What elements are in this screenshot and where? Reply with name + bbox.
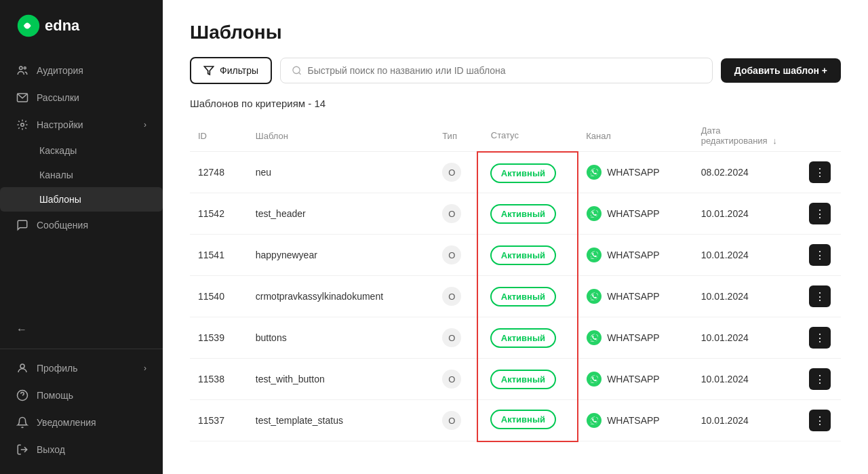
channel-cell: WHATSAPP: [587, 289, 685, 304]
cell-date: 10.01.2024: [693, 317, 801, 359]
whatsapp-icon: [587, 330, 601, 345]
cell-name: happynewyear: [248, 235, 434, 276]
cell-actions: ⋮: [801, 400, 841, 441]
channel-cell: WHATSAPP: [587, 372, 685, 387]
cell-name: crmotpravkassylkinadokument: [248, 276, 434, 317]
channel-cell: WHATSAPP: [587, 248, 685, 262]
status-badge: Активный: [490, 287, 556, 307]
cell-date: 08.02.2024: [693, 152, 801, 193]
sidebar-label-notifications: Уведомления: [37, 417, 96, 428]
cell-date: 10.01.2024: [693, 193, 801, 235]
cell-status: Активный: [477, 400, 578, 441]
sidebar-label-logout: Выход: [37, 444, 65, 455]
cell-type: O: [434, 400, 477, 441]
cell-id: 12748: [190, 152, 248, 193]
cell-name: buttons: [248, 317, 434, 359]
sidebar-item-channels[interactable]: Каналы: [0, 163, 163, 187]
sidebar-label-messages: Сообщения: [37, 220, 88, 231]
channel-cell: WHATSAPP: [587, 330, 685, 345]
filter-label: Фильтры: [220, 65, 258, 76]
sidebar-item-help[interactable]: Помощь: [0, 382, 163, 409]
logo: edna: [0, 0, 163, 52]
col-date: Датаредактирования ↓: [693, 120, 801, 152]
sidebar-item-settings[interactable]: Настройки ›: [0, 111, 163, 138]
sidebar-item-notifications[interactable]: Уведомления: [0, 409, 163, 436]
whatsapp-icon: [587, 206, 601, 221]
table-row: 12748 neu O Активный WHATSAPP 08.02.2024…: [190, 152, 841, 193]
result-count: Шаблонов по критериям - 14: [190, 98, 841, 109]
page-title: Шаблоны: [190, 22, 841, 43]
sidebar-label-help: Помощь: [37, 390, 73, 401]
row-actions-button[interactable]: ⋮: [809, 285, 831, 307]
table-row: 11539 buttons O Активный WHATSAPP 10.01.…: [190, 317, 841, 359]
search-input[interactable]: [307, 65, 701, 76]
sidebar-label-profile: Профиль: [37, 363, 77, 374]
templates-table: ID Шаблон Тип Статус Канал Датаредактиро…: [190, 120, 841, 442]
templates-table-wrapper: ID Шаблон Тип Статус Канал Датаредактиро…: [190, 120, 841, 442]
sidebar-item-mailings[interactable]: Рассылки: [0, 84, 163, 111]
cell-name: test_template_status: [248, 400, 434, 441]
logout-icon: [16, 443, 28, 456]
help-icon: [16, 389, 28, 401]
channel-name: WHATSAPP: [607, 332, 660, 343]
cell-id: 11542: [190, 193, 248, 235]
filter-button[interactable]: Фильтры: [190, 57, 272, 84]
cell-date: 10.01.2024: [693, 400, 801, 441]
cell-name: test_header: [248, 193, 434, 235]
status-badge: Активный: [490, 204, 556, 224]
col-channel: Канал: [578, 120, 693, 152]
row-actions-button[interactable]: ⋮: [809, 368, 831, 390]
sidebar-item-logout[interactable]: Выход: [0, 436, 163, 463]
type-badge: O: [442, 328, 461, 347]
status-badge: Активный: [490, 328, 556, 348]
status-badge: Активный: [490, 163, 556, 183]
sidebar-label-mailings: Рассылки: [37, 92, 79, 103]
cell-name: test_with_button: [248, 359, 434, 400]
sidebar-item-audience[interactable]: Аудитория: [0, 57, 163, 84]
sidebar-item-profile[interactable]: Профиль ›: [0, 355, 163, 382]
channel-name: WHATSAPP: [607, 208, 660, 219]
table-row: 11537 test_template_status O Активный WH…: [190, 400, 841, 441]
cell-actions: ⋮: [801, 235, 841, 276]
cell-date: 10.01.2024: [693, 276, 801, 317]
row-actions-button[interactable]: ⋮: [809, 327, 831, 349]
cell-status: Активный: [477, 235, 578, 276]
sidebar-item-cascades[interactable]: Каскады: [0, 138, 163, 163]
collapse-icon: ←: [16, 323, 27, 336]
cell-date: 10.01.2024: [693, 359, 801, 400]
add-template-button[interactable]: Добавить шаблон +: [721, 58, 841, 83]
message-icon: [16, 219, 28, 231]
cell-id: 11537: [190, 400, 248, 441]
cell-actions: ⋮: [801, 276, 841, 317]
channel-name: WHATSAPP: [607, 415, 660, 426]
channel-cell: WHATSAPP: [587, 413, 685, 428]
cell-date: 10.01.2024: [693, 235, 801, 276]
cell-channel: WHATSAPP: [578, 152, 693, 193]
sidebar: edna Аудитория Рассылки Настройки › Каск…: [0, 0, 163, 474]
channel-name: WHATSAPP: [607, 291, 660, 302]
sidebar-bottom: Профиль › Помощь Уведомления Выход: [0, 349, 163, 474]
cell-id: 11538: [190, 359, 248, 400]
table-row: 11540 crmotpravkassylkinadokument O Акти…: [190, 276, 841, 317]
cell-actions: ⋮: [801, 152, 841, 193]
sidebar-item-templates[interactable]: Шаблоны: [0, 187, 163, 212]
sort-icon[interactable]: ↓: [772, 136, 777, 146]
profile-chevron: ›: [144, 363, 146, 373]
logo-text: edna: [45, 17, 79, 35]
cell-id: 11539: [190, 317, 248, 359]
sidebar-collapse-button[interactable]: ←: [0, 316, 163, 343]
cell-type: O: [434, 193, 477, 235]
cell-actions: ⋮: [801, 193, 841, 235]
sidebar-item-messages[interactable]: Сообщения: [0, 212, 163, 239]
settings-chevron: ›: [144, 120, 146, 130]
row-actions-button[interactable]: ⋮: [809, 203, 831, 224]
cell-type: O: [434, 317, 477, 359]
row-actions-button[interactable]: ⋮: [809, 410, 831, 431]
sidebar-label-channels: Каналы: [39, 170, 73, 180]
table-row: 11538 test_with_button O Активный WHATSA…: [190, 359, 841, 400]
row-actions-button[interactable]: ⋮: [809, 161, 831, 183]
row-actions-button[interactable]: ⋮: [809, 244, 831, 266]
svg-point-2: [24, 67, 26, 69]
bell-icon: [16, 416, 28, 429]
status-badge: Активный: [490, 370, 556, 389]
